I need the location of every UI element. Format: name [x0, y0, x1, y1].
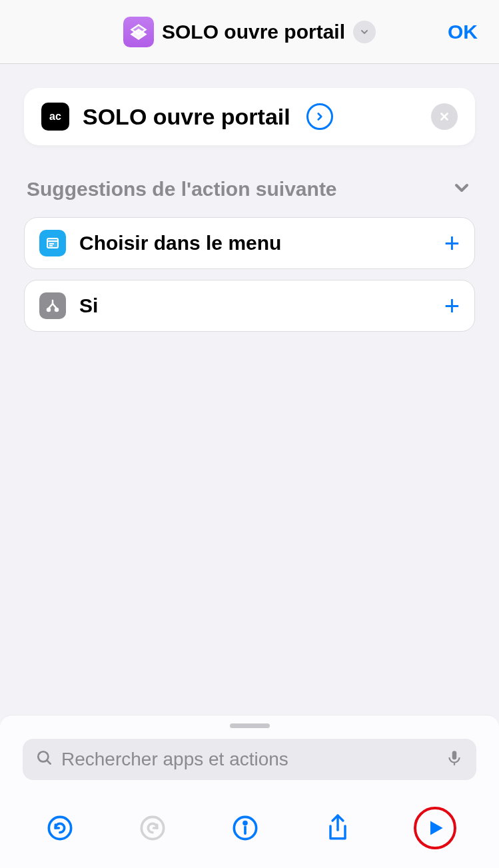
search-icon	[36, 749, 53, 769]
svg-point-16	[244, 822, 247, 825]
bottom-panel	[0, 715, 499, 868]
add-suggestion-icon[interactable]: +	[444, 292, 460, 319]
suggestion-label: Si	[79, 294, 98, 317]
svg-point-6	[47, 308, 50, 311]
action-title: SOLO ouvre portail	[83, 104, 290, 130]
action-app-icon: ac	[41, 103, 69, 131]
redo-button	[136, 811, 169, 845]
undo-button[interactable]	[43, 811, 77, 845]
header-bar: SOLO ouvre portail OK	[0, 0, 499, 64]
delete-action-icon[interactable]	[431, 103, 458, 130]
editor-canvas: ac SOLO ouvre portail Suggestions de l'a…	[0, 64, 499, 715]
search-bar[interactable]	[23, 739, 476, 780]
suggestions-title: Suggestions de l'action suivante	[27, 178, 337, 201]
title-wrap[interactable]: SOLO ouvre portail	[123, 17, 376, 47]
title-chevron-icon[interactable]	[353, 21, 376, 43]
svg-marker-17	[430, 821, 443, 835]
svg-rect-10	[452, 751, 457, 759]
suggestion-item-menu[interactable]: Choisir dans le menu +	[24, 217, 475, 269]
toolbar	[0, 795, 499, 868]
shortcut-app-icon	[123, 17, 154, 47]
drag-handle[interactable]	[230, 723, 270, 728]
shortcut-title: SOLO ouvre portail	[162, 21, 345, 43]
add-suggestion-icon[interactable]: +	[444, 230, 460, 256]
suggestion-label: Choisir dans le menu	[79, 232, 281, 254]
svg-line-9	[47, 760, 50, 763]
search-input[interactable]	[61, 749, 438, 770]
suggestions-header[interactable]: Suggestions de l'action suivante	[24, 177, 475, 201]
info-button[interactable]	[229, 811, 262, 845]
action-block[interactable]: ac SOLO ouvre portail	[24, 88, 475, 145]
show-more-icon[interactable]	[306, 103, 333, 130]
run-button[interactable]	[414, 807, 456, 849]
menu-icon	[39, 230, 66, 256]
collapse-chevron-icon[interactable]	[451, 177, 472, 201]
share-button[interactable]	[321, 811, 354, 845]
ok-button[interactable]: OK	[448, 21, 478, 43]
mic-icon[interactable]	[446, 748, 463, 771]
branch-icon	[39, 292, 66, 319]
suggestion-item-if[interactable]: Si +	[24, 280, 475, 332]
svg-point-7	[55, 308, 58, 311]
